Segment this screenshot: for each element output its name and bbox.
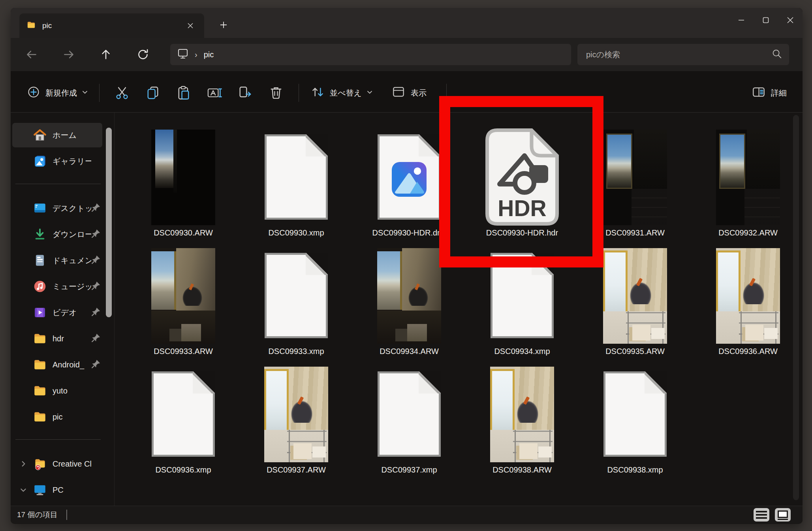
view-button-label: 表示 <box>411 88 427 98</box>
photos-app-icon <box>390 160 428 200</box>
sidebar-item-folder-9[interactable]: yuto <box>12 378 102 403</box>
file-item[interactable]: DSC09930.ARW <box>130 129 237 246</box>
file-item[interactable]: DSC09933.xmp <box>242 247 350 364</box>
file-name-label: DSC09937.ARW <box>242 465 350 475</box>
chevron-down-icon[interactable] <box>19 486 27 493</box>
share-button[interactable] <box>234 83 257 103</box>
sidebar-item-gallery-1[interactable]: ギャラリー <box>12 149 102 173</box>
details-view-toggle-icon[interactable] <box>754 508 769 522</box>
photo-thumbnail <box>151 130 215 225</box>
search-input[interactable] <box>585 50 771 60</box>
file-name-label: DSC09932.ARW <box>694 228 802 237</box>
file-name-label: DSC09934.ARW <box>355 347 463 356</box>
sidebar-item-label: Android_ <box>53 360 91 369</box>
photo-thumbnail <box>716 248 780 344</box>
view-button[interactable]: 表示 <box>387 81 430 104</box>
file-item[interactable]: DSC09933.ARW <box>130 247 237 364</box>
refresh-button[interactable] <box>133 45 153 64</box>
toolbar-divider <box>299 84 299 102</box>
breadcrumb-chevron-icon: › <box>195 50 197 59</box>
paste-button[interactable] <box>172 83 195 103</box>
sort-arrows-icon <box>310 85 325 101</box>
pin-icon <box>91 307 101 318</box>
file-item[interactable]: DSC09930.xmp <box>242 129 350 246</box>
new-button[interactable]: 新規作成 <box>23 82 92 104</box>
file-item[interactable]: DSC09937.ARW <box>242 366 350 483</box>
breadcrumb-item[interactable]: pic <box>204 50 214 59</box>
file-name-label: DSC09937.xmp <box>355 465 463 475</box>
new-tab-button[interactable] <box>214 17 233 33</box>
sidebar-item-folder-8[interactable]: Android_ <box>12 352 102 377</box>
pin-icon <box>91 359 101 370</box>
video-icon <box>33 305 47 320</box>
sidebar-item-pc-12[interactable]: PC <box>12 478 102 502</box>
up-button[interactable] <box>96 45 116 64</box>
folder-icon <box>33 358 47 372</box>
sidebar-item-music-5[interactable]: ミュージック <box>12 274 102 299</box>
file-name-label: DSC09933.ARW <box>130 347 237 356</box>
file-name-label: DSC09938.ARW <box>468 465 576 475</box>
delete-button[interactable] <box>265 83 288 103</box>
thumbnail-view-toggle-icon[interactable] <box>775 508 791 522</box>
sidebar-item-home-0[interactable]: ホーム <box>12 123 102 147</box>
sidebar-item-folder-7[interactable]: hdr <box>12 326 102 351</box>
sidebar-item-label: PC <box>53 486 91 495</box>
plus-circle-icon <box>26 85 41 101</box>
vertical-scrollbar[interactable] <box>793 115 799 500</box>
copy-button[interactable] <box>141 83 164 103</box>
monitor-icon[interactable] <box>176 47 190 62</box>
pc-icon <box>33 483 47 497</box>
photo-thumbnail <box>603 130 667 225</box>
sidebar-divider <box>15 439 101 440</box>
sort-button[interactable]: 並べ替え <box>306 81 377 104</box>
tab-close-button[interactable] <box>184 19 197 32</box>
file-name-label: DSC09933.xmp <box>242 347 350 356</box>
sidebar-item-desktop-2[interactable]: デスクトップ <box>12 196 102 220</box>
explorer-tab[interactable]: pic <box>19 13 204 38</box>
file-name-label: DSC09930.xmp <box>242 228 350 237</box>
new-button-label: 新規作成 <box>45 88 77 98</box>
file-item[interactable]: DSC09936.ARW <box>694 247 802 364</box>
close-button[interactable] <box>778 8 803 32</box>
download-icon <box>33 227 47 241</box>
photo-thumbnail <box>603 248 667 344</box>
forward-button[interactable] <box>59 45 79 64</box>
annotation-red-box <box>439 96 603 267</box>
sidebar-item-folder-10[interactable]: pic <box>12 405 102 429</box>
address-bar[interactable]: › pic <box>170 44 571 65</box>
details-button[interactable]: 詳細 <box>747 81 791 104</box>
chevron-right-icon[interactable] <box>19 460 27 467</box>
file-name-label: DSC09936.ARW <box>694 347 802 356</box>
view-grid-icon <box>391 85 406 101</box>
pin-icon <box>91 203 101 214</box>
sidebar-item-label: ギャラリー <box>53 156 91 167</box>
item-count: 17 個の項目 <box>17 510 58 520</box>
sidebar-item-label: hdr <box>53 334 91 343</box>
sidebar-scrollbar[interactable] <box>106 128 112 317</box>
sidebar-item-document-4[interactable]: ドキュメント <box>12 248 102 273</box>
file-item[interactable]: DSC09938.ARW <box>468 366 576 483</box>
maximize-button[interactable] <box>754 8 778 32</box>
details-pane-icon <box>751 85 766 101</box>
search-icon[interactable] <box>771 48 783 61</box>
folder-icon <box>26 20 36 31</box>
sidebar-item-download-3[interactable]: ダウンロード <box>12 222 102 247</box>
back-button[interactable] <box>22 45 41 64</box>
sidebar-item-creative-cloud-11[interactable]: Creative Clo <box>12 452 102 476</box>
rename-button[interactable] <box>203 83 226 103</box>
sidebar-item-label: yuto <box>53 386 91 395</box>
cut-button[interactable] <box>111 83 133 103</box>
sidebar-item-video-6[interactable]: ビデオ <box>12 300 102 325</box>
sidebar: ホームギャラリーデスクトップダウンロードドキュメントミュージックビデオhdrAn… <box>11 113 115 506</box>
music-icon <box>33 279 47 294</box>
search-box[interactable] <box>577 44 789 65</box>
file-item[interactable]: DSC09938.xmp <box>581 366 689 483</box>
xmp-document-icon <box>152 371 215 457</box>
minimize-button[interactable] <box>729 8 754 32</box>
desktop-icon <box>33 201 47 215</box>
file-item[interactable]: DSC09937.xmp <box>355 366 463 483</box>
xmp-document-icon <box>603 371 667 457</box>
file-item[interactable]: DSC09932.ARW <box>694 129 802 246</box>
title-bar: pic <box>11 8 803 38</box>
file-item[interactable]: DSC09936.xmp <box>130 366 237 483</box>
